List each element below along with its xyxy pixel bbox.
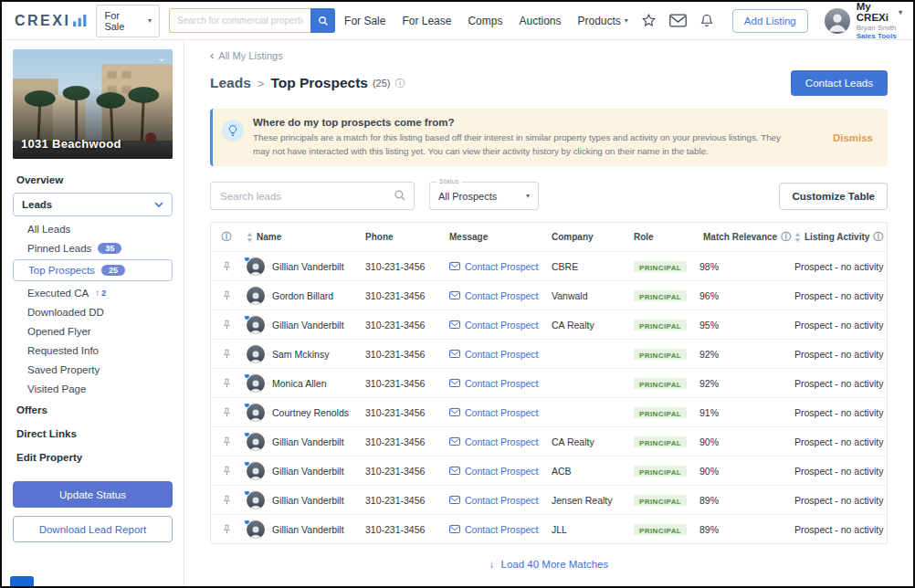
back-to-listings-link[interactable]: ‹ All My Listings [210, 49, 283, 61]
contact-prospect-link[interactable]: Contact Prospect [445, 466, 547, 477]
category-select[interactable]: For Sale ▾ [96, 5, 160, 37]
search-button[interactable] [310, 8, 335, 33]
subitem-label: Requested Info [27, 345, 99, 356]
sidebar-item-pinned-leads[interactable]: Pinned Leads 35 [13, 238, 173, 257]
contact-prospect-link[interactable]: Contact Prospect [445, 290, 547, 301]
sidebar-item-top-prospects[interactable]: Top Prospects 25 [13, 259, 173, 281]
nav-for-lease[interactable]: For Lease [402, 15, 451, 27]
notifications-bell-icon[interactable] [699, 13, 714, 28]
contact-prospect-link[interactable]: Contact Prospect [445, 407, 547, 418]
column-header-message[interactable]: Message [445, 232, 547, 242]
contact-prospect-link[interactable]: Contact Prospect [445, 261, 547, 272]
pin-icon[interactable] [211, 348, 242, 360]
pin-column-info-icon[interactable]: ⓘ [222, 230, 232, 244]
prospect-name-link[interactable]: Monica Allen [272, 378, 327, 389]
lightbulb-icon [222, 120, 244, 142]
prospect-name-link[interactable]: Courtney Renolds [272, 407, 349, 418]
sidebar-item-executed-ca[interactable]: Executed CA ↑2 [13, 283, 173, 302]
load-more-link[interactable]: ↓ Load 40 More Matches [210, 559, 888, 570]
prospect-name-link[interactable]: Gillian Vanderbilt [272, 524, 344, 535]
sidebar-item-visited-page[interactable]: Visited Page [13, 379, 173, 398]
info-icon[interactable]: ⓘ [394, 77, 405, 90]
favorites-star-icon[interactable] [641, 13, 657, 28]
add-listing-button[interactable]: Add Listing [732, 9, 808, 33]
nav-for-sale[interactable]: For Sale [344, 15, 385, 27]
property-photo[interactable]: ⌄ 1031 Beachwood [13, 49, 173, 159]
column-header-phone[interactable]: Phone [361, 232, 445, 242]
pin-icon[interactable] [211, 406, 242, 418]
leads-search-input[interactable] [210, 182, 415, 210]
contact-leads-button[interactable]: Contact Leads [791, 70, 888, 96]
sidebar-item-all-leads[interactable]: All Leads [13, 219, 173, 238]
pin-icon[interactable] [211, 523, 242, 535]
pin-icon[interactable] [211, 260, 242, 272]
sidebar-item-offers[interactable]: Offers [13, 398, 173, 422]
breadcrumb-leads[interactable]: Leads [210, 75, 251, 91]
sidebar-item-edit-property[interactable]: Edit Property [13, 446, 173, 469]
prospect-name-link[interactable]: Gillian Vanderbilt [272, 261, 344, 272]
prospect-name-link[interactable]: Gillian Vanderbilt [272, 436, 344, 447]
chat-widget[interactable] [10, 576, 34, 586]
prospect-phone: 310-231-3456 [361, 349, 445, 360]
contact-prospect-link[interactable]: Contact Prospect [445, 436, 547, 447]
contact-prospect-link[interactable]: Contact Prospect [445, 320, 547, 331]
column-header-company[interactable]: Company [547, 232, 629, 242]
account-menu[interactable]: My CREXi ▾ Bryan Smith Sales Tools [825, 1, 902, 40]
prospect-phone: 310-231-3456 [361, 407, 445, 418]
prospect-name-link[interactable]: Gordon Billard [272, 290, 333, 301]
status-filter-select[interactable]: Status All Prospects ▾ [429, 182, 539, 210]
sidebar-item-saved-property[interactable]: Saved Property [13, 360, 173, 379]
dismiss-banner-link[interactable]: Dismiss [833, 132, 873, 143]
prospect-name-link[interactable]: Sam Mckinsy [272, 349, 329, 360]
table-row: Gillian Vanderbilt 310-231-3456 Contact … [211, 251, 887, 280]
contact-prospect-link[interactable]: Contact Prospect [445, 349, 547, 360]
contact-prospect-link[interactable]: Contact Prospect [445, 495, 547, 506]
pin-icon[interactable] [211, 289, 242, 301]
status-filter-value: All Prospects [438, 191, 497, 202]
collapse-photo-icon[interactable]: ⌄ [158, 53, 165, 63]
sidebar-item-overview[interactable]: Overview [13, 168, 173, 192]
update-status-button[interactable]: Update Status [13, 481, 173, 508]
sidebar-item-direct-links[interactable]: Direct Links [13, 422, 173, 446]
sidebar-item-opened-flyer[interactable]: Opened Flyer [13, 321, 173, 341]
column-header-role[interactable]: Role [629, 232, 695, 242]
envelope-icon [449, 408, 460, 416]
pin-icon[interactable] [211, 319, 242, 331]
crexi-logo[interactable]: CREXI [15, 13, 87, 29]
prospect-name-link[interactable]: Gillian Vanderbilt [272, 320, 344, 331]
property-name: 1031 Beachwood [21, 137, 121, 151]
table-row: Gillian Vanderbilt 310-231-3456 Contact … [211, 514, 887, 543]
account-sales-tools-link[interactable]: Sales Tools [857, 32, 902, 40]
contact-prospect-link[interactable]: Contact Prospect [445, 524, 547, 535]
column-header-name[interactable]: Name [242, 232, 361, 242]
prospect-name-link[interactable]: Gillian Vanderbilt [272, 466, 344, 477]
pin-icon[interactable] [211, 465, 242, 477]
listing-menu: Overview Leads All Leads Pinned Leads 35… [13, 168, 173, 469]
sidebar-item-requested-info[interactable]: Requested Info [13, 341, 173, 360]
match-relevance-value: 92% [695, 349, 790, 360]
column-header-match-relevance[interactable]: Match Relevance ⓘ [695, 230, 790, 244]
sidebar-item-downloaded-dd[interactable]: Downloaded DD [13, 302, 173, 321]
table-row: Courtney Renolds 310-231-3456 Contact Pr… [211, 397, 887, 426]
contact-prospect-label: Contact Prospect [465, 378, 539, 389]
pin-icon[interactable] [211, 436, 242, 447]
sidebar-item-leads[interactable]: Leads [13, 193, 173, 216]
customize-table-button[interactable]: Customize Table [779, 183, 888, 210]
banner-title: Where do my top prospects come from? [253, 117, 792, 128]
info-icon[interactable]: ⓘ [873, 230, 883, 244]
nav-auctions[interactable]: Auctions [519, 15, 561, 27]
listing-activity-value: Prospect - no activity [790, 261, 887, 272]
page-title: Top Prospects [270, 75, 368, 91]
contact-prospect-link[interactable]: Contact Prospect [445, 378, 547, 389]
nav-comps[interactable]: Comps [468, 15, 502, 27]
category-select-value: For Sale [104, 10, 135, 32]
pin-icon[interactable] [211, 494, 242, 506]
column-header-listing-activity[interactable]: Listing Activity ⓘ [790, 230, 888, 244]
pin-icon[interactable] [211, 377, 242, 389]
property-search-input[interactable] [169, 8, 310, 33]
messages-envelope-icon[interactable] [669, 14, 687, 27]
nav-products[interactable]: Products ▾ [577, 15, 627, 27]
envelope-icon [449, 379, 460, 387]
prospect-name-link[interactable]: Gillian Vanderbilt [272, 495, 344, 506]
download-lead-report-button[interactable]: Download Lead Report [13, 516, 173, 542]
